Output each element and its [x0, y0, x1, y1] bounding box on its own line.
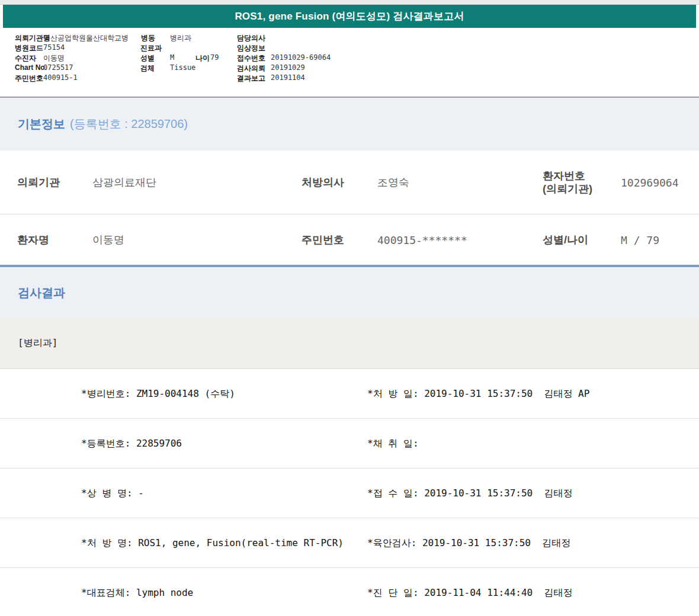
receipt-date-text: *접 수 일: 2019-10-31 15:37:50 김태정: [367, 487, 572, 499]
basic-info-section-header: 기본정보 (등록번호 : 22859706): [0, 97, 699, 150]
basic-info-row-2: 환자명 이동명 주민번호 400915-******* 성별/나이 M / 79: [0, 214, 699, 265]
order-header-row: 의뢰기관명 울산공업학원울산대학교병 병동 병리과 담당의사: [0, 33, 699, 43]
department-name: [병리과]: [18, 337, 57, 349]
results-section-header: 검사결과: [0, 265, 699, 318]
patient-name-label: 환자명: [17, 233, 49, 246]
basic-info-row-1: 의뢰기관 삼광의료재단 처방의사 조영숙 환자번호(의뢰기관) 10296906…: [0, 150, 699, 214]
sex-label: 성별: [140, 53, 155, 63]
clinic-dept-label: 진료과: [140, 43, 162, 53]
sex-age-value: M / 79: [621, 233, 659, 246]
org-name-value: 울산공업학원울산대학교병: [43, 33, 129, 43]
result-row-pathology-no: *병리번호: ZM19-004148 (수탁) *처 방 일: 2019-10-…: [0, 369, 699, 419]
report-title: ROS1, gene Fusion (여의도성모) 검사결과보고서: [235, 9, 464, 23]
chart-no-value: 0725517: [43, 63, 73, 72]
gross-exam-date-text: *육안검사: 2019-10-31 15:37:50 김태정: [367, 537, 570, 549]
patient-no-label: 환자번호(의뢰기관): [543, 169, 592, 195]
receipt-no-label: 접수번호: [237, 53, 265, 63]
age-value: 79: [210, 53, 219, 62]
hospital-code-value: 75154: [43, 43, 65, 52]
patient-label: 수진자: [15, 53, 36, 63]
prescribing-doctor-label: 처방의사: [302, 175, 344, 189]
result-row-registration-no: *등록번호: 22859706 *채 취 일:: [0, 419, 699, 469]
chart-no-label: Chart No.: [15, 63, 47, 72]
sex-age-label: 성별/나이: [543, 233, 588, 246]
prescribing-doctor-value: 조영숙: [377, 175, 409, 190]
prescription-name-text: *처 방 명: ROS1, gene, Fusion(real-time RT-…: [81, 537, 344, 549]
order-header-row: 수진자 이동명 성별 M 나이 79 접수번호 20191029-69064: [0, 53, 699, 63]
result-row-representative-specimen: *대표검체: lymph node *진 단 일: 2019-11-04 11:…: [0, 568, 699, 616]
results-title: 검사결과: [18, 285, 65, 301]
result-row-diagnosis-name: *상 병 명: - *접 수 일: 2019-10-31 15:37:50 김태…: [0, 469, 699, 518]
resident-no-label: 주민번호: [15, 73, 43, 84]
disease-name-text: *상 병 명: -: [81, 487, 144, 499]
ward-value: 병리과: [170, 33, 191, 43]
report-title-bar: ROS1, gene Fusion (여의도성모) 검사결과보고서: [3, 5, 696, 28]
representative-specimen-text: *대표검체: lymph node: [81, 586, 193, 599]
resident-no-value: 400915-1: [43, 73, 78, 82]
ward-label: 병동: [141, 33, 155, 43]
report-date-value: 20191104: [271, 73, 305, 82]
collection-date-text: *채 취 일:: [367, 437, 419, 450]
registration-no-text: *등록번호: 22859706: [81, 437, 182, 450]
specimen-label: 검체: [140, 63, 155, 73]
basic-info-title: 기본정보: [18, 116, 65, 132]
patient-value: 이동명: [43, 53, 65, 63]
sex-value: M: [170, 53, 174, 62]
top-strip: [0, 0, 699, 5]
order-header-row: 주민번호 400915-1 결과보고 20191104: [0, 73, 699, 84]
department-bar: [병리과]: [0, 318, 699, 369]
hospital-code-label: 병원코드: [15, 43, 43, 53]
resident-reg-no-label: 주민번호: [302, 233, 344, 246]
report-date-label: 결과보고: [237, 73, 265, 84]
diagnosis-date-text: *진 단 일: 2019-11-04 11:44:40 김태정: [367, 586, 572, 599]
specimen-value: Tissue: [170, 63, 195, 72]
basic-info-registration-no: (등록번호 : 22859706): [70, 116, 188, 132]
patient-name-value: 이동명: [92, 233, 124, 247]
order-header-row: 병원코드 75154 진료과 임상정보: [0, 43, 699, 53]
requesting-org-label: 의뢰기관: [17, 175, 60, 189]
requesting-org-value: 삼광의료재단: [92, 175, 156, 190]
resident-reg-no-value: 400915-*******: [377, 233, 467, 246]
report-page: ROS1, gene Fusion (여의도성모) 검사결과보고서 의뢰기관명 …: [0, 0, 699, 616]
order-header-row: Chart No. 0725517 검체 Tissue 검사의뢰 2019102…: [0, 63, 699, 73]
receipt-no-value: 20191029-69064: [271, 53, 331, 62]
order-date-label: 검사의뢰: [237, 63, 265, 73]
attending-doctor-label: 담당의사: [237, 33, 265, 43]
order-date-value: 20191029: [271, 63, 305, 72]
pathology-no-text: *병리번호: ZM19-004148 (수탁): [81, 387, 235, 400]
prescription-date-text: *처 방 일: 2019-10-31 15:37:50 김태정 AP: [367, 387, 589, 400]
clinical-info-label: 임상정보: [237, 43, 265, 53]
order-header: 의뢰기관명 울산공업학원울산대학교병 병동 병리과 담당의사 병원코드 7515…: [0, 28, 699, 97]
patient-no-value: 102969064: [621, 176, 679, 188]
age-label: 나이: [195, 53, 210, 63]
result-row-prescription-name: *처 방 명: ROS1, gene, Fusion(real-time RT-…: [0, 518, 699, 568]
